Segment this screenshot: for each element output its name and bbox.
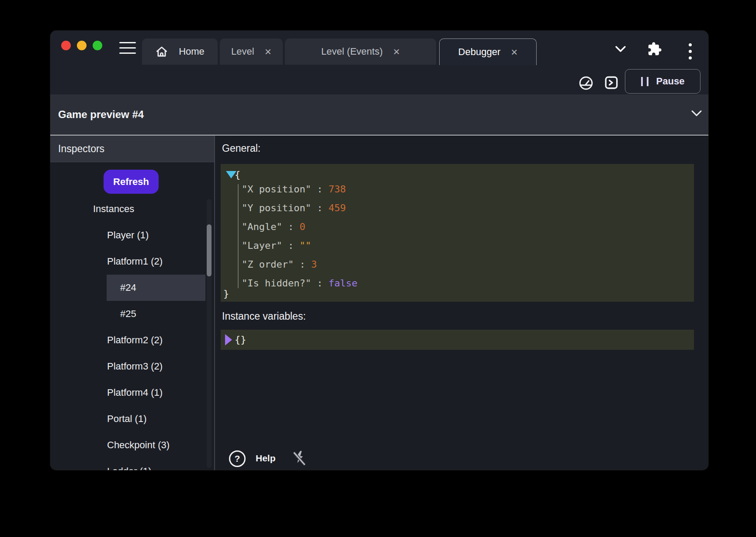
more-options-icon[interactable] — [689, 43, 692, 69]
tab-label: Level — [231, 46, 254, 57]
flash-off-icon[interactable] — [291, 450, 308, 467]
tree-item-platform3[interactable]: Platform3 (2) — [50, 353, 214, 380]
inspector-tree: Instances Player (1) Platform1 (2) #24 #… — [50, 196, 214, 470]
tree-item-platform2[interactable]: Platform2 (2) — [50, 327, 214, 353]
close-icon[interactable]: × — [511, 46, 517, 58]
minimize-window-button[interactable] — [77, 41, 87, 50]
help-icon[interactable]: ? — [229, 450, 246, 467]
tree-item-portal[interactable]: Portal (1) — [50, 406, 214, 432]
game-preview-selector[interactable]: Game preview #4 — [50, 94, 708, 136]
json-property: Z order3 — [242, 258, 317, 271]
help-label: Help — [256, 453, 276, 464]
json-value: 738 — [329, 184, 346, 195]
desktop-background: Home Level × Level (Events) × Debugger × — [0, 0, 756, 537]
inspectors-header: Inspectors — [50, 136, 214, 162]
pause-icon — [641, 77, 648, 86]
json-property: Layer"" — [242, 239, 311, 252]
json-property: Angle0 — [242, 220, 305, 234]
expand-expander-icon[interactable] — [225, 334, 232, 345]
close-window-button[interactable] — [61, 41, 71, 50]
game-preview-title: Game preview #4 — [58, 94, 144, 135]
tab-label: Debugger — [458, 46, 501, 58]
general-json-panel: { X position738 Y position459 Angle0 Lay… — [221, 164, 694, 302]
json-value: "" — [299, 240, 311, 251]
tree-item-checkpoint[interactable]: Checkpoint (3) — [50, 432, 214, 458]
tree-item-ladder[interactable]: Ladder (1) — [50, 458, 214, 470]
tab-debugger[interactable]: Debugger × — [439, 38, 537, 65]
extensions-puzzle-icon[interactable] — [647, 42, 662, 56]
performance-gauge-icon[interactable] — [578, 75, 594, 91]
json-property: X position738 — [242, 183, 346, 196]
json-value: 0 — [299, 221, 305, 232]
refresh-button[interactable]: Refresh — [104, 170, 159, 194]
instance-variables-label: Instance variables: — [222, 310, 306, 322]
json-property: Y position459 — [242, 202, 346, 215]
sidebar-divider — [214, 136, 215, 470]
json-value: 3 — [311, 259, 317, 270]
inspectors-label: Inspectors — [58, 143, 104, 155]
tree-item-platform1[interactable]: Platform1 (2) — [50, 248, 214, 275]
json-open-brace: { — [235, 168, 240, 181]
console-icon[interactable] — [604, 75, 619, 90]
instance-variables-panel: {} — [221, 330, 694, 350]
tree-item-instance-25[interactable]: #25 — [50, 301, 214, 327]
pause-label: Pause — [656, 76, 685, 87]
chevron-down-icon[interactable] — [613, 44, 628, 54]
close-icon[interactable]: × — [265, 46, 271, 57]
tab-label: Level (Events) — [321, 46, 383, 57]
tree-item-instance-24[interactable]: #24 — [50, 275, 214, 301]
json-close-brace: } — [223, 287, 229, 300]
json-value: false — [329, 278, 357, 289]
zoom-window-button[interactable] — [93, 41, 102, 50]
tree-item-instances[interactable]: Instances — [50, 196, 214, 222]
tab-home[interactable]: Home — [142, 38, 218, 65]
close-icon[interactable]: × — [393, 46, 400, 57]
pause-button[interactable]: Pause — [625, 69, 701, 94]
app-window: Home Level × Level (Events) × Debugger × — [50, 31, 708, 470]
dropdown-chevron-icon — [690, 109, 703, 117]
instance-variables-value: {} — [235, 333, 246, 346]
tab-level[interactable]: Level × — [220, 38, 283, 65]
indent-guide — [238, 184, 239, 288]
home-icon — [155, 45, 168, 58]
titlebar: Home Level × Level (Events) × Debugger × — [50, 31, 708, 94]
tree-item-platform4[interactable]: Platform4 (1) — [50, 380, 214, 406]
sidebar-scrollbar-thumb[interactable] — [207, 224, 212, 276]
menu-icon[interactable] — [119, 42, 136, 54]
json-value: 459 — [329, 202, 346, 213]
json-property: Is hidden?false — [242, 277, 357, 290]
tab-level-events[interactable]: Level (Events) × — [285, 38, 436, 65]
tree-item-player[interactable]: Player (1) — [50, 222, 214, 248]
tab-label: Home — [179, 46, 205, 57]
general-label: General: — [222, 143, 260, 154]
